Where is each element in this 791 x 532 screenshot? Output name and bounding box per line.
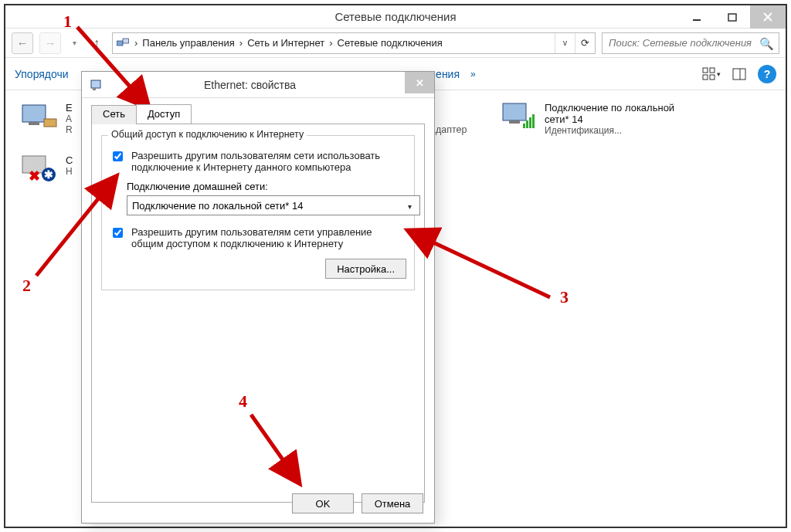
label-fragment: R bbox=[66, 124, 73, 135]
back-button[interactable]: ← bbox=[12, 32, 33, 54]
network-connections-icon bbox=[116, 36, 130, 50]
dialog-footer: OK Отмена bbox=[292, 493, 423, 513]
combo-value: Подключение по локальной сети* 14 bbox=[132, 200, 303, 212]
search-box[interactable]: 🔍 bbox=[602, 32, 779, 54]
address-bar: ← → ▾ ↑ › Панель управления › Сеть и Инт… bbox=[5, 29, 786, 58]
svg-rect-22 bbox=[526, 120, 528, 128]
allow-control-checkbox[interactable] bbox=[113, 228, 123, 238]
allow-sharing-checkbox[interactable] bbox=[113, 151, 123, 161]
wifi-name-line1: Подключение по локальной bbox=[545, 102, 674, 114]
wifi-name-line2: сети* 14 bbox=[545, 114, 674, 125]
svg-rect-8 bbox=[703, 75, 708, 80]
annotation-number-4: 4 bbox=[239, 391, 247, 412]
preview-pane-icon bbox=[732, 68, 746, 80]
chevron-down-icon: ▾ bbox=[402, 199, 416, 213]
minimize-button[interactable] bbox=[679, 5, 715, 29]
chevron-down-icon: ▾ bbox=[73, 39, 76, 47]
chevron-down-icon: ▾ bbox=[717, 70, 721, 78]
home-network-combo[interactable]: Подключение по локальной сети* 14 ▾ bbox=[127, 195, 420, 215]
label-fragment: С bbox=[66, 154, 73, 166]
forward-button[interactable]: → bbox=[39, 32, 61, 54]
tab-sharing[interactable]: Доступ bbox=[136, 104, 192, 124]
dialog-close-button[interactable]: ✕ bbox=[405, 72, 434, 93]
svg-rect-9 bbox=[710, 75, 715, 80]
cancel-button[interactable]: Отмена bbox=[362, 493, 423, 513]
svg-rect-1 bbox=[728, 14, 736, 21]
svg-rect-19 bbox=[503, 103, 526, 120]
allow-control-checkbox-row[interactable]: Разрешить другим пользователям сети упра… bbox=[110, 226, 406, 249]
view-tiles-button[interactable]: ▾ bbox=[702, 65, 721, 83]
breadcrumb-item[interactable]: Сеть и Интернет bbox=[243, 37, 329, 49]
svg-rect-12 bbox=[22, 105, 46, 122]
help-button[interactable]: ? bbox=[758, 65, 776, 83]
svg-rect-4 bbox=[117, 41, 124, 46]
wifi-adapter-icon bbox=[500, 102, 537, 130]
recent-dropdown[interactable]: ▾ bbox=[67, 32, 81, 54]
label-fragment: E bbox=[66, 102, 73, 114]
explorer-window: Сетевые подключения ← → ▾ ↑ bbox=[4, 4, 787, 528]
organize-menu[interactable]: Упорядочи bbox=[15, 68, 69, 80]
svg-rect-25 bbox=[91, 80, 100, 88]
breadcrumb-dropdown[interactable]: v bbox=[555, 33, 575, 53]
dialog-title-bar[interactable]: Ethernet: свойства ✕ bbox=[82, 72, 434, 98]
svg-text:✖: ✖ bbox=[29, 168, 40, 182]
window-title-bar: Сетевые подключения bbox=[5, 5, 786, 29]
arrow-up-icon: ↑ bbox=[93, 36, 100, 50]
network-item-ethernet[interactable]: E А R bbox=[21, 102, 73, 135]
allow-sharing-label: Разрешить другим пользователям сети испо… bbox=[131, 150, 406, 173]
svg-rect-6 bbox=[703, 68, 708, 73]
network-adapter-disabled-icon: ✱ ✖ bbox=[21, 154, 58, 182]
network-item-bluetooth[interactable]: ✱ ✖ С Н bbox=[21, 154, 73, 182]
svg-text:✱: ✱ bbox=[44, 168, 53, 181]
svg-rect-21 bbox=[523, 124, 525, 128]
nic-icon bbox=[90, 78, 104, 92]
allow-sharing-checkbox-row[interactable]: Разрешить другим пользователям сети испо… bbox=[110, 150, 406, 173]
svg-rect-23 bbox=[529, 117, 531, 128]
svg-rect-24 bbox=[532, 114, 535, 128]
search-input[interactable] bbox=[607, 36, 754, 49]
network-adapter-icon bbox=[21, 102, 58, 130]
preview-pane-button[interactable] bbox=[730, 65, 749, 83]
annotation-number-3: 3 bbox=[560, 287, 569, 307]
chevron-down-icon: v bbox=[563, 39, 567, 47]
settings-button[interactable]: Настройка... bbox=[325, 259, 406, 279]
svg-rect-13 bbox=[29, 122, 39, 125]
adapter-label-fragment: адаптер bbox=[430, 124, 467, 135]
refresh-icon: ⟳ bbox=[581, 37, 589, 49]
search-icon[interactable]: 🔍 bbox=[759, 37, 774, 51]
dialog-title: Ethernet: свойства bbox=[204, 79, 296, 91]
tab-pane-sharing: Общий доступ к подключению к Интернету Р… bbox=[91, 124, 425, 503]
window-title: Сетевые подключения bbox=[334, 10, 456, 23]
close-icon: ✕ bbox=[416, 77, 424, 89]
minimize-icon bbox=[692, 12, 701, 22]
network-item-wifi[interactable]: Подключение по локальной сети* 14 Иденти… bbox=[500, 102, 674, 136]
label-fragment: А bbox=[66, 114, 73, 124]
svg-rect-5 bbox=[123, 39, 129, 43]
arrow-right-icon: → bbox=[45, 36, 56, 49]
help-icon: ? bbox=[764, 68, 771, 80]
annotation-number-1: 1 bbox=[63, 12, 72, 32]
ics-legend: Общий доступ к подключению к Интернету bbox=[108, 129, 307, 140]
home-network-label: Подключение домашней сети: bbox=[127, 181, 406, 192]
dialog-tabs: Сеть Доступ bbox=[91, 104, 425, 124]
breadcrumb-item[interactable]: Панель управления bbox=[137, 37, 239, 49]
refresh-button[interactable]: ⟳ bbox=[575, 33, 595, 53]
ethernet-properties-dialog: Ethernet: свойства ✕ Сеть Доступ Общий д… bbox=[81, 71, 435, 524]
ok-button[interactable]: OK bbox=[292, 493, 354, 513]
close-icon bbox=[763, 12, 772, 22]
breadcrumb-item[interactable]: Сетевые подключения bbox=[333, 37, 447, 49]
annotation-number-2: 2 bbox=[22, 276, 31, 296]
ics-fieldset: Общий доступ к подключению к Интернету Р… bbox=[101, 135, 415, 290]
close-button[interactable] bbox=[750, 5, 786, 29]
organize-label: Упорядочи bbox=[15, 68, 69, 80]
wifi-status: Идентификация... bbox=[545, 125, 674, 136]
svg-rect-7 bbox=[710, 68, 715, 73]
svg-rect-26 bbox=[93, 88, 96, 90]
up-button[interactable]: ↑ bbox=[87, 34, 106, 53]
tab-network[interactable]: Сеть bbox=[91, 105, 137, 124]
breadcrumb-box[interactable]: › Панель управления › Сеть и Интернет › … bbox=[112, 32, 596, 54]
tiles-icon bbox=[702, 67, 715, 81]
maximize-icon bbox=[728, 12, 737, 22]
more-commands[interactable]: » bbox=[470, 69, 476, 80]
maximize-button[interactable] bbox=[715, 5, 750, 29]
